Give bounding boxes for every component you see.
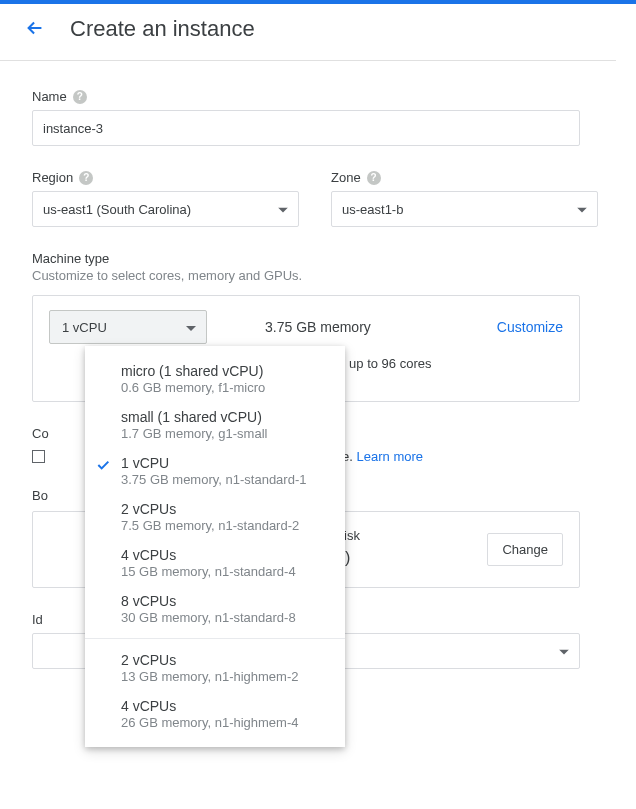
- name-input[interactable]: [32, 110, 580, 146]
- name-label: Name ?: [32, 89, 616, 104]
- back-arrow-icon[interactable]: [24, 17, 46, 42]
- container-label-text: Co: [32, 426, 49, 441]
- vcpu-option-title: 2 vCPUs: [121, 501, 327, 517]
- vcpu-option-sub: 15 GB memory, n1-standard-4: [121, 564, 327, 579]
- region-label: Region ?: [32, 170, 317, 185]
- help-icon[interactable]: ?: [367, 171, 381, 185]
- vcpu-option-sub: 3.75 GB memory, n1-standard-1: [121, 472, 327, 487]
- menu-divider: [85, 638, 345, 639]
- vcpu-option-sub: 30 GB memory, n1-standard-8: [121, 610, 327, 625]
- help-icon[interactable]: ?: [79, 171, 93, 185]
- change-button[interactable]: Change: [487, 533, 563, 566]
- vcpu-select[interactable]: 1 vCPU: [49, 310, 207, 344]
- vcpu-option-sub: 0.6 GB memory, f1-micro: [121, 380, 327, 395]
- vcpu-option-title: small (1 shared vCPU): [121, 409, 327, 425]
- vcpu-option-title: 4 vCPUs: [121, 547, 327, 563]
- vcpu-option-title: 2 vCPUs: [121, 652, 327, 668]
- vcpu-option[interactable]: 2 vCPUs7.5 GB memory, n1-standard-2: [85, 494, 345, 540]
- vcpu-option-title: micro (1 shared vCPU): [121, 363, 327, 379]
- help-icon[interactable]: ?: [73, 90, 87, 104]
- caret-down-icon: [559, 644, 569, 659]
- machine-type-label: Machine type: [32, 251, 616, 266]
- caret-down-icon: [577, 202, 587, 217]
- vcpu-option[interactable]: 8 vCPUs30 GB memory, n1-standard-8: [85, 586, 345, 632]
- zone-label-text: Zone: [331, 170, 361, 185]
- vcpu-option-title: 8 vCPUs: [121, 593, 327, 609]
- vcpu-option-title: 1 vCPU: [121, 455, 327, 471]
- zone-select[interactable]: us-east1-b: [331, 191, 598, 227]
- machine-type-sublabel: Customize to select cores, memory and GP…: [32, 268, 616, 283]
- vcpu-option[interactable]: 4 vCPUs15 GB memory, n1-standard-4: [85, 540, 345, 586]
- name-label-text: Name: [32, 89, 67, 104]
- vcpu-option[interactable]: micro (1 shared vCPU)0.6 GB memory, f1-m…: [85, 356, 345, 402]
- identity-label-text: Id: [32, 612, 43, 627]
- page-title: Create an instance: [70, 16, 255, 42]
- zone-value: us-east1-b: [342, 202, 403, 217]
- vcpu-select-value: 1 vCPU: [62, 320, 107, 335]
- vcpu-option-sub: 1.7 GB memory, g1-small: [121, 426, 327, 441]
- container-checkbox[interactable]: [32, 450, 45, 463]
- page-header: Create an instance: [0, 4, 636, 60]
- learn-more-link[interactable]: Learn more: [357, 449, 423, 464]
- vcpu-option[interactable]: 1 vCPU3.75 GB memory, n1-standard-1: [85, 448, 345, 494]
- boot-disk-label-text: Bo: [32, 488, 48, 503]
- check-icon: [95, 457, 111, 476]
- vcpu-option[interactable]: small (1 shared vCPU)1.7 GB memory, g1-s…: [85, 402, 345, 448]
- vcpu-dropdown-menu: micro (1 shared vCPU)0.6 GB memory, f1-m…: [85, 346, 345, 669]
- region-select[interactable]: us-east1 (South Carolina): [32, 191, 299, 227]
- caret-down-icon: [278, 202, 288, 217]
- zone-label: Zone ?: [331, 170, 616, 185]
- customize-link[interactable]: Customize: [497, 319, 563, 335]
- region-label-text: Region: [32, 170, 73, 185]
- machine-type-label-text: Machine type: [32, 251, 109, 266]
- memory-text: 3.75 GB memory: [265, 319, 371, 335]
- vcpu-option-sub: 7.5 GB memory, n1-standard-2: [121, 518, 327, 533]
- vcpu-option[interactable]: 2 vCPUs13 GB memory, n1-highmem-2: [85, 645, 345, 669]
- caret-down-icon: [186, 320, 196, 335]
- region-value: us-east1 (South Carolina): [43, 202, 191, 217]
